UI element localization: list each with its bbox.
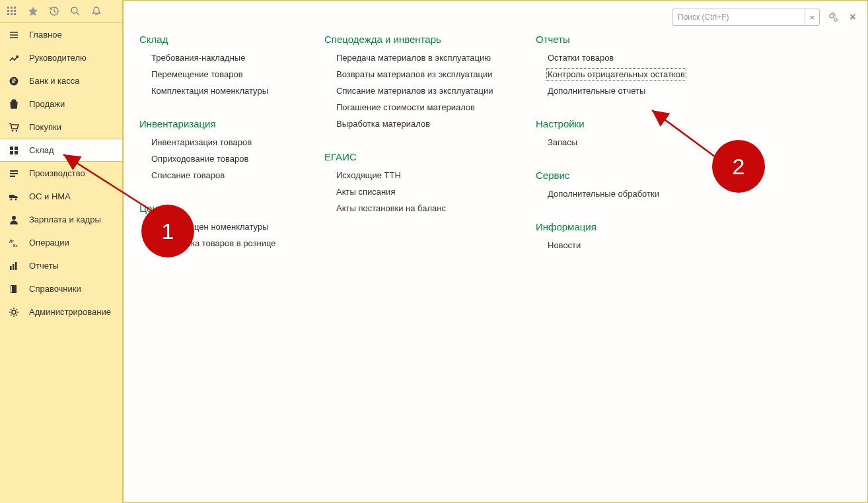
svg-rect-16: [15, 147, 18, 150]
user-icon: [8, 214, 20, 226]
col-chart-icon: [8, 260, 20, 272]
clear-search-icon[interactable]: ×: [805, 9, 819, 25]
sidebar-item-7[interactable]: ОС и НМА: [0, 185, 122, 208]
menu-link[interactable]: Перемещение товаров: [151, 69, 243, 79]
sidebar-item-2[interactable]: ₽Банк и касса: [0, 69, 122, 92]
menu-link[interactable]: Оприходование товаров: [151, 154, 248, 164]
group-0-1: ИнвентаризацияИнвентаризация товаровОпри…: [139, 118, 298, 187]
search-input[interactable]: [672, 10, 805, 24]
svg-point-13: [12, 129, 14, 131]
search-icon[interactable]: [69, 5, 82, 18]
sidebar-label: Зарплата и кадры: [29, 215, 101, 224]
group-header[interactable]: Спецодежда и инвентарь: [324, 34, 509, 45]
ruble-icon: ₽: [8, 75, 20, 87]
menu-link[interactable]: Возвраты материалов из эксплуатации: [336, 69, 493, 79]
menu-link[interactable]: Списание товаров: [151, 170, 225, 180]
svg-rect-25: [13, 264, 15, 270]
group-header[interactable]: Информация: [536, 221, 707, 232]
group-items: Остатки товаровКонтроль отрицательных ос…: [536, 53, 707, 102]
menu-link[interactable]: Запасы: [548, 137, 577, 147]
group-0-2: ЦеныУстановка цен номенклатурыПереоценка…: [139, 203, 298, 255]
sidebar-item-5[interactable]: Склад: [0, 139, 122, 162]
history-icon[interactable]: [48, 5, 61, 18]
apps-icon[interactable]: [5, 5, 18, 18]
sidebar-item-12[interactable]: Администрирование: [0, 300, 122, 323]
menu-link[interactable]: Переоценка товаров в рознице: [151, 238, 276, 248]
svg-point-20: [15, 198, 17, 200]
menu-link[interactable]: Списание материалов из эксплуатации: [336, 86, 493, 96]
sidebar-item-3[interactable]: Продажи: [0, 92, 122, 116]
svg-line-10: [77, 13, 79, 15]
search-field[interactable]: ×: [672, 9, 820, 26]
menu-link[interactable]: Контроль отрицательных остатков: [548, 69, 685, 79]
sidebar-item-1[interactable]: Руководителю: [0, 46, 122, 69]
menu-link[interactable]: Новости: [548, 240, 581, 250]
sidebar-item-4[interactable]: Покупки: [0, 116, 122, 139]
sidebar-label: Продажи: [29, 99, 65, 109]
svg-point-19: [11, 198, 13, 200]
top-toolbar: [0, 0, 122, 23]
sidebar: ГлавноеРуководителю₽Банк и кассаПродажиП…: [0, 0, 123, 503]
svg-text:Дт: Дт: [9, 239, 14, 243]
svg-rect-26: [15, 262, 17, 270]
star-icon[interactable]: [26, 5, 40, 18]
menu-link[interactable]: Требования-накладные: [151, 53, 245, 63]
group-header[interactable]: Отчеты: [536, 34, 707, 45]
close-icon[interactable]: ×: [846, 11, 859, 24]
sidebar-item-11[interactable]: Справочники: [0, 277, 122, 300]
svg-rect-2: [14, 7, 16, 9]
group-items: Дополнительные обработки: [536, 189, 707, 205]
menu-link[interactable]: Инвентаризация товаров: [151, 137, 252, 147]
sidebar-label: Главное: [29, 30, 62, 40]
svg-point-29: [12, 310, 16, 314]
sidebar-item-8[interactable]: Зарплата и кадры: [0, 208, 122, 231]
dtk-icon: ДтКт: [8, 237, 20, 249]
group-header[interactable]: ЕГАИС: [324, 151, 509, 162]
group-items: Требования-накладныеПеремещение товаровК…: [139, 53, 298, 102]
bars-icon: [8, 168, 20, 180]
sidebar-item-9[interactable]: ДтКтОперации: [0, 231, 122, 254]
menu-link[interactable]: Комплектация номенклатуры: [151, 86, 268, 96]
group-0-0: СкладТребования-накладныеПеремещение тов…: [139, 34, 298, 102]
group-2-2: СервисДополнительные обработки: [536, 170, 707, 205]
menu-link[interactable]: Дополнительные обработки: [548, 189, 659, 199]
group-items: Запасы: [536, 137, 707, 154]
group-header[interactable]: Склад: [139, 34, 298, 45]
sidebar-label: Администрирование: [29, 307, 111, 317]
menu-link[interactable]: Установка цен номенклатуры: [151, 222, 269, 232]
menu-link[interactable]: Передача материалов в эксплуатацию: [336, 53, 491, 63]
menu-link[interactable]: Выработка материалов: [336, 119, 430, 129]
menu-link[interactable]: Акты постановки на баланс: [336, 203, 446, 213]
group-header[interactable]: Сервис: [536, 170, 707, 181]
group-header[interactable]: Инвентаризация: [139, 118, 298, 129]
sidebar-label: Справочники: [29, 284, 81, 294]
sidebar-item-6[interactable]: Производство: [0, 162, 122, 185]
svg-rect-3: [7, 10, 9, 12]
menu-link[interactable]: Дополнительные отчеты: [548, 86, 645, 96]
sidebar-item-0[interactable]: Главное: [0, 23, 122, 46]
column-0: СкладТребования-накладныеПеремещение тов…: [139, 34, 298, 489]
svg-rect-24: [10, 266, 12, 270]
sidebar-label: Склад: [29, 145, 54, 155]
svg-rect-1: [11, 7, 13, 9]
group-header[interactable]: Цены: [139, 203, 298, 214]
sidebar-item-10[interactable]: Отчеты: [0, 254, 122, 277]
menu-link[interactable]: Остатки товаров: [548, 53, 614, 63]
group-2-0: ОтчетыОстатки товаровКонтроль отрицатель…: [536, 34, 707, 102]
svg-point-31: [834, 18, 837, 21]
menu-link[interactable]: Исходящие ТТН: [336, 170, 401, 180]
cart-icon: [8, 121, 20, 133]
menu-link[interactable]: Погашение стоимости материалов: [336, 102, 475, 112]
sidebar-label: ОС и НМА: [29, 191, 71, 201]
svg-rect-8: [14, 13, 16, 15]
sidebar-label: Покупки: [29, 122, 61, 132]
group-2-1: НастройкиЗапасы: [536, 118, 707, 154]
truck-icon: [8, 191, 20, 203]
settings-gear-icon[interactable]: [826, 11, 840, 24]
menu-link[interactable]: Акты списания: [336, 187, 395, 197]
column-1: Спецодежда и инвентарьПередача материало…: [324, 34, 509, 489]
bell-icon[interactable]: [90, 5, 103, 18]
group-header[interactable]: Настройки: [536, 118, 707, 129]
svg-rect-28: [11, 286, 12, 292]
svg-text:₽: ₽: [12, 78, 16, 84]
